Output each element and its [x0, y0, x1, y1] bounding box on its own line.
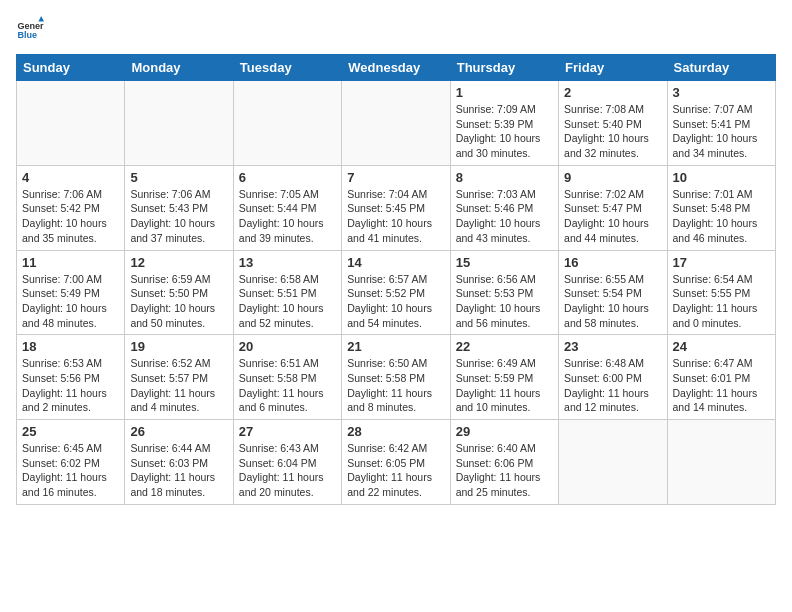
calendar-cell: 1Sunrise: 7:09 AM Sunset: 5:39 PM Daylig… [450, 81, 558, 166]
day-info: Sunrise: 7:04 AM Sunset: 5:45 PM Dayligh… [347, 187, 444, 246]
svg-text:General: General [17, 21, 44, 31]
calendar-cell: 29Sunrise: 6:40 AM Sunset: 6:06 PM Dayli… [450, 420, 558, 505]
day-info: Sunrise: 7:05 AM Sunset: 5:44 PM Dayligh… [239, 187, 336, 246]
day-number: 8 [456, 170, 553, 185]
day-info: Sunrise: 7:07 AM Sunset: 5:41 PM Dayligh… [673, 102, 770, 161]
day-number: 2 [564, 85, 661, 100]
weekday-header-tuesday: Tuesday [233, 55, 341, 81]
calendar-cell: 3Sunrise: 7:07 AM Sunset: 5:41 PM Daylig… [667, 81, 775, 166]
weekday-header-monday: Monday [125, 55, 233, 81]
calendar-cell [233, 81, 341, 166]
logo: General Blue [16, 16, 48, 44]
day-info: Sunrise: 7:00 AM Sunset: 5:49 PM Dayligh… [22, 272, 119, 331]
weekday-header-saturday: Saturday [667, 55, 775, 81]
calendar-cell: 4Sunrise: 7:06 AM Sunset: 5:42 PM Daylig… [17, 165, 125, 250]
calendar-cell: 14Sunrise: 6:57 AM Sunset: 5:52 PM Dayli… [342, 250, 450, 335]
day-number: 25 [22, 424, 119, 439]
day-info: Sunrise: 7:02 AM Sunset: 5:47 PM Dayligh… [564, 187, 661, 246]
weekday-header-thursday: Thursday [450, 55, 558, 81]
day-number: 27 [239, 424, 336, 439]
day-number: 20 [239, 339, 336, 354]
svg-text:Blue: Blue [17, 30, 37, 40]
calendar-cell [17, 81, 125, 166]
calendar-week-2: 4Sunrise: 7:06 AM Sunset: 5:42 PM Daylig… [17, 165, 776, 250]
weekday-header-wednesday: Wednesday [342, 55, 450, 81]
calendar-cell: 24Sunrise: 6:47 AM Sunset: 6:01 PM Dayli… [667, 335, 775, 420]
day-info: Sunrise: 6:43 AM Sunset: 6:04 PM Dayligh… [239, 441, 336, 500]
calendar-week-1: 1Sunrise: 7:09 AM Sunset: 5:39 PM Daylig… [17, 81, 776, 166]
day-number: 26 [130, 424, 227, 439]
day-number: 13 [239, 255, 336, 270]
calendar-cell: 16Sunrise: 6:55 AM Sunset: 5:54 PM Dayli… [559, 250, 667, 335]
day-number: 21 [347, 339, 444, 354]
calendar-week-5: 25Sunrise: 6:45 AM Sunset: 6:02 PM Dayli… [17, 420, 776, 505]
calendar-cell: 6Sunrise: 7:05 AM Sunset: 5:44 PM Daylig… [233, 165, 341, 250]
calendar-cell: 10Sunrise: 7:01 AM Sunset: 5:48 PM Dayli… [667, 165, 775, 250]
calendar-week-3: 11Sunrise: 7:00 AM Sunset: 5:49 PM Dayli… [17, 250, 776, 335]
day-info: Sunrise: 6:40 AM Sunset: 6:06 PM Dayligh… [456, 441, 553, 500]
day-info: Sunrise: 6:45 AM Sunset: 6:02 PM Dayligh… [22, 441, 119, 500]
weekday-header-friday: Friday [559, 55, 667, 81]
calendar-cell: 21Sunrise: 6:50 AM Sunset: 5:58 PM Dayli… [342, 335, 450, 420]
day-number: 19 [130, 339, 227, 354]
calendar-header-row: SundayMondayTuesdayWednesdayThursdayFrid… [17, 55, 776, 81]
day-number: 11 [22, 255, 119, 270]
day-info: Sunrise: 6:53 AM Sunset: 5:56 PM Dayligh… [22, 356, 119, 415]
calendar-cell: 19Sunrise: 6:52 AM Sunset: 5:57 PM Dayli… [125, 335, 233, 420]
day-info: Sunrise: 6:55 AM Sunset: 5:54 PM Dayligh… [564, 272, 661, 331]
day-number: 4 [22, 170, 119, 185]
day-number: 10 [673, 170, 770, 185]
calendar-cell [667, 420, 775, 505]
calendar-cell: 11Sunrise: 7:00 AM Sunset: 5:49 PM Dayli… [17, 250, 125, 335]
calendar-cell: 5Sunrise: 7:06 AM Sunset: 5:43 PM Daylig… [125, 165, 233, 250]
day-number: 6 [239, 170, 336, 185]
day-number: 22 [456, 339, 553, 354]
calendar-cell: 28Sunrise: 6:42 AM Sunset: 6:05 PM Dayli… [342, 420, 450, 505]
calendar-cell: 17Sunrise: 6:54 AM Sunset: 5:55 PM Dayli… [667, 250, 775, 335]
calendar-cell: 22Sunrise: 6:49 AM Sunset: 5:59 PM Dayli… [450, 335, 558, 420]
day-number: 29 [456, 424, 553, 439]
day-number: 9 [564, 170, 661, 185]
calendar-cell: 26Sunrise: 6:44 AM Sunset: 6:03 PM Dayli… [125, 420, 233, 505]
day-info: Sunrise: 6:54 AM Sunset: 5:55 PM Dayligh… [673, 272, 770, 331]
day-info: Sunrise: 6:52 AM Sunset: 5:57 PM Dayligh… [130, 356, 227, 415]
calendar-cell: 18Sunrise: 6:53 AM Sunset: 5:56 PM Dayli… [17, 335, 125, 420]
day-number: 16 [564, 255, 661, 270]
day-number: 5 [130, 170, 227, 185]
day-info: Sunrise: 6:58 AM Sunset: 5:51 PM Dayligh… [239, 272, 336, 331]
day-number: 14 [347, 255, 444, 270]
day-info: Sunrise: 6:44 AM Sunset: 6:03 PM Dayligh… [130, 441, 227, 500]
calendar-cell: 13Sunrise: 6:58 AM Sunset: 5:51 PM Dayli… [233, 250, 341, 335]
calendar-cell: 27Sunrise: 6:43 AM Sunset: 6:04 PM Dayli… [233, 420, 341, 505]
weekday-header-sunday: Sunday [17, 55, 125, 81]
calendar-cell: 7Sunrise: 7:04 AM Sunset: 5:45 PM Daylig… [342, 165, 450, 250]
day-info: Sunrise: 6:50 AM Sunset: 5:58 PM Dayligh… [347, 356, 444, 415]
day-number: 7 [347, 170, 444, 185]
calendar-cell: 20Sunrise: 6:51 AM Sunset: 5:58 PM Dayli… [233, 335, 341, 420]
day-info: Sunrise: 6:48 AM Sunset: 6:00 PM Dayligh… [564, 356, 661, 415]
day-info: Sunrise: 6:42 AM Sunset: 6:05 PM Dayligh… [347, 441, 444, 500]
day-number: 12 [130, 255, 227, 270]
day-number: 15 [456, 255, 553, 270]
calendar-table: SundayMondayTuesdayWednesdayThursdayFrid… [16, 54, 776, 505]
day-number: 17 [673, 255, 770, 270]
day-info: Sunrise: 6:57 AM Sunset: 5:52 PM Dayligh… [347, 272, 444, 331]
calendar-cell: 9Sunrise: 7:02 AM Sunset: 5:47 PM Daylig… [559, 165, 667, 250]
day-info: Sunrise: 7:01 AM Sunset: 5:48 PM Dayligh… [673, 187, 770, 246]
day-info: Sunrise: 6:47 AM Sunset: 6:01 PM Dayligh… [673, 356, 770, 415]
day-info: Sunrise: 6:59 AM Sunset: 5:50 PM Dayligh… [130, 272, 227, 331]
calendar-cell: 12Sunrise: 6:59 AM Sunset: 5:50 PM Dayli… [125, 250, 233, 335]
svg-marker-2 [38, 16, 44, 22]
page-header: General Blue [16, 16, 776, 44]
day-number: 18 [22, 339, 119, 354]
calendar-cell: 8Sunrise: 7:03 AM Sunset: 5:46 PM Daylig… [450, 165, 558, 250]
day-info: Sunrise: 6:56 AM Sunset: 5:53 PM Dayligh… [456, 272, 553, 331]
day-info: Sunrise: 6:51 AM Sunset: 5:58 PM Dayligh… [239, 356, 336, 415]
calendar-week-4: 18Sunrise: 6:53 AM Sunset: 5:56 PM Dayli… [17, 335, 776, 420]
day-number: 3 [673, 85, 770, 100]
logo-icon: General Blue [16, 16, 44, 44]
day-number: 1 [456, 85, 553, 100]
calendar-cell [342, 81, 450, 166]
calendar-cell: 25Sunrise: 6:45 AM Sunset: 6:02 PM Dayli… [17, 420, 125, 505]
calendar-cell: 15Sunrise: 6:56 AM Sunset: 5:53 PM Dayli… [450, 250, 558, 335]
